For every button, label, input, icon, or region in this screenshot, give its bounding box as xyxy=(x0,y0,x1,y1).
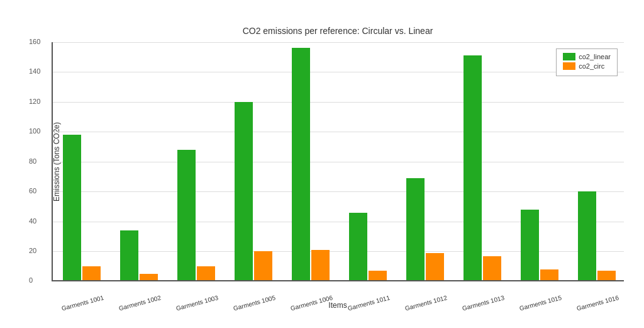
bar-linear xyxy=(349,213,367,280)
x-tick-label: Garments 1013 xyxy=(461,294,504,312)
bar-circ xyxy=(82,266,101,280)
bar-circ xyxy=(254,251,272,280)
bar-circ xyxy=(540,269,558,280)
bar-linear xyxy=(292,48,310,280)
bar-linear xyxy=(177,150,196,280)
y-gridline: 100 xyxy=(53,132,624,132)
legend-label: co2_linear xyxy=(579,53,611,60)
chart-title: CO2 emissions per reference: Circular vs… xyxy=(52,26,624,36)
x-tick-label: Garments 1011 xyxy=(347,294,390,312)
legend: co2_linearco2_circ xyxy=(556,48,618,76)
y-tick-label: 140 xyxy=(29,67,40,75)
chart-container: CO2 emissions per reference: Circular vs… xyxy=(8,7,636,322)
bar-linear xyxy=(578,191,596,280)
y-gridline: 80 xyxy=(53,162,624,162)
bar-circ xyxy=(140,274,158,280)
x-tick-label: Garments 1006 xyxy=(289,294,333,312)
x-axis-label: Items xyxy=(328,301,347,310)
y-gridline: 160 xyxy=(53,42,624,43)
bar-circ xyxy=(597,271,616,280)
legend-item: co2_circ xyxy=(563,62,611,70)
bar-circ xyxy=(483,256,501,280)
bar-linear xyxy=(235,102,253,280)
y-tick-label: 20 xyxy=(29,247,36,254)
y-tick-label: 60 xyxy=(29,187,36,195)
y-gridline: 120 xyxy=(53,102,624,103)
y-gridline: 60 xyxy=(53,191,624,192)
y-tick-label: 80 xyxy=(29,157,36,165)
bar-circ xyxy=(426,253,444,280)
bar-linear xyxy=(120,230,138,280)
bar-linear xyxy=(63,135,81,280)
bar-linear xyxy=(521,210,539,280)
y-tick-label: 160 xyxy=(29,38,40,45)
bar-linear xyxy=(464,55,482,280)
bar-circ xyxy=(197,266,215,280)
bar-circ xyxy=(311,250,330,280)
bar-circ xyxy=(369,271,387,280)
legend-label: co2_circ xyxy=(579,62,604,70)
x-tick-label: Garments 1003 xyxy=(175,294,218,312)
x-tick-label: Garments 1015 xyxy=(518,294,562,312)
y-tick-label: 120 xyxy=(29,98,40,105)
x-tick-label: Garments 1012 xyxy=(404,294,447,312)
legend-item: co2_linear xyxy=(563,53,611,60)
chart-area: 020406080100120140160Garments 1001Garmen… xyxy=(52,42,624,281)
x-tick-label: Garments 1002 xyxy=(118,294,161,312)
x-tick-label: Garments 1016 xyxy=(575,294,619,312)
legend-color xyxy=(563,53,575,60)
y-tick-label: 100 xyxy=(29,127,40,135)
y-gridline: 140 xyxy=(53,72,624,72)
bar-linear xyxy=(406,178,425,280)
x-tick-label: Garments 1001 xyxy=(60,294,104,312)
y-tick-label: 40 xyxy=(29,217,36,225)
y-tick-label: 0 xyxy=(29,276,33,284)
legend-color xyxy=(563,62,575,70)
x-tick-label: Garments 1005 xyxy=(232,294,275,312)
